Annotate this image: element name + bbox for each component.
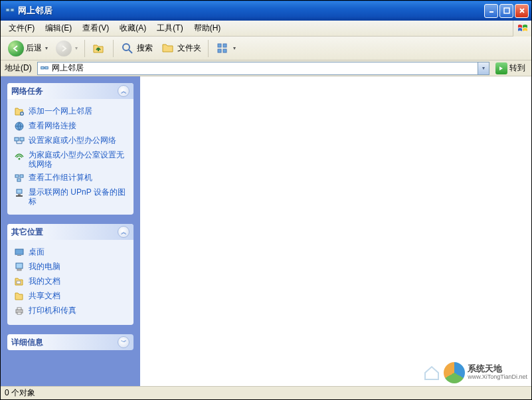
go-arrow-icon	[495, 62, 507, 74]
address-value: 网上邻居	[52, 62, 478, 74]
svg-rect-34	[17, 281, 21, 284]
svg-rect-25	[20, 175, 23, 177]
svg-line-8	[129, 50, 132, 53]
svg-point-7	[123, 44, 130, 50]
separator	[208, 40, 209, 57]
printer-icon	[14, 306, 25, 316]
panel-header-network[interactable]: 网络任务 ︽	[7, 83, 133, 99]
status-text: 0 个对象	[5, 387, 35, 399]
menu-file[interactable]: 文件(F)	[3, 21, 40, 36]
task-view-connections[interactable]: 查看网络连接	[14, 119, 127, 134]
task-label: 设置家庭或小型办公网络	[29, 136, 116, 145]
search-label: 搜索	[137, 43, 153, 54]
up-button[interactable]	[88, 39, 110, 58]
menu-tools[interactable]: 工具(T)	[151, 21, 188, 36]
folder-up-icon	[92, 41, 106, 56]
svg-rect-11	[218, 49, 221, 52]
task-setup-wireless[interactable]: 为家庭或小型办公室设置无线网络	[14, 148, 127, 171]
task-label: 桌面	[29, 247, 44, 256]
svg-rect-26	[17, 179, 21, 181]
close-button[interactable]	[515, 4, 529, 18]
task-show-upnp[interactable]: 显示联网的 UPnP 设备的图标	[14, 185, 127, 208]
place-my-computer[interactable]: 我的电脑	[14, 260, 127, 274]
go-button[interactable]: 转到	[492, 62, 529, 75]
desktop-icon	[14, 247, 25, 258]
forward-button[interactable]: ▾	[52, 39, 81, 58]
panel-body: 桌面 我的电脑 我的文档 共享文档 打印机和传真	[7, 240, 133, 325]
menu-help[interactable]: 帮助(H)	[189, 21, 226, 36]
setup-network-icon	[14, 136, 25, 146]
network-connections-icon	[14, 121, 25, 132]
address-input[interactable]: 网上邻居 ▾	[37, 62, 489, 75]
menu-view[interactable]: 查看(V)	[77, 21, 114, 36]
svg-rect-30	[15, 249, 23, 254]
panel-header-other[interactable]: 其它位置 ︽	[7, 224, 133, 240]
task-label: 显示联网的 UPnP 设备的图标	[29, 187, 127, 206]
task-view-workgroup[interactable]: 查看工作组计算机	[14, 171, 127, 185]
svg-rect-0	[6, 9, 9, 11]
place-desktop[interactable]: 桌面	[14, 245, 127, 260]
task-label: 查看网络连接	[29, 121, 76, 130]
address-bar: 地址(D) 网上邻居 ▾ 转到	[1, 60, 531, 76]
place-my-documents[interactable]: 我的文档	[14, 274, 127, 289]
panel-title: 网络任务	[11, 86, 118, 97]
task-label: 我的文档	[29, 276, 60, 286]
task-label: 打印机和传真	[29, 306, 76, 315]
panel-header-details[interactable]: 详细信息 ︾	[7, 334, 133, 350]
back-label: 后退	[26, 43, 42, 54]
watermark-text: 系统天地 www.XiTongTianDi.net	[468, 365, 527, 381]
task-setup-network[interactable]: 设置家庭或小型办公网络	[14, 134, 127, 148]
minimize-button[interactable]	[484, 4, 498, 18]
views-icon	[215, 41, 230, 56]
folders-label: 文件夹	[177, 43, 201, 54]
place-shared-documents[interactable]: 共享文档	[14, 289, 127, 304]
panel-body: 添加一个网上邻居 查看网络连接 设置家庭或小型办公网络 为家庭或小型办公室设置无…	[7, 99, 133, 215]
window-controls	[484, 4, 529, 18]
svg-rect-28	[18, 194, 21, 195]
svg-rect-4	[504, 8, 509, 13]
menu-edit[interactable]: 编辑(E)	[40, 21, 77, 36]
content-area: 网络任务 ︽ 添加一个网上邻居 查看网络连接 设置家庭或小型办公网络	[1, 76, 531, 386]
app-icon	[5, 5, 15, 16]
wireless-icon	[14, 150, 25, 161]
window-title: 网上邻居	[18, 5, 484, 17]
back-button[interactable]: 后退 ▾	[5, 39, 51, 58]
collapse-icon: ︽	[118, 85, 130, 97]
folders-button[interactable]: 文件夹	[157, 39, 205, 58]
watermark: 系统天地 www.XiTongTianDi.net	[422, 362, 527, 383]
menu-favorites[interactable]: 收藏(A)	[114, 21, 151, 36]
task-add-network-place[interactable]: 添加一个网上邻居	[14, 104, 127, 119]
svg-rect-13	[41, 66, 43, 69]
search-button[interactable]: 搜索	[117, 39, 156, 58]
workgroup-icon	[14, 173, 25, 183]
expand-icon: ︾	[118, 336, 130, 348]
main-content[interactable]	[140, 76, 531, 386]
task-label: 查看工作组计算机	[29, 173, 92, 182]
task-label: 为家庭或小型办公室设置无线网络	[29, 150, 127, 169]
panel-title: 其它位置	[11, 227, 118, 238]
search-icon	[120, 41, 135, 56]
svg-rect-31	[17, 255, 21, 256]
task-pane: 网络任务 ︽ 添加一个网上邻居 查看网络连接 设置家庭或小型办公网络	[1, 76, 140, 386]
add-network-place-icon	[14, 106, 25, 117]
task-label: 添加一个网上邻居	[29, 106, 92, 116]
separator	[113, 40, 114, 57]
views-button[interactable]: ▾	[212, 39, 239, 58]
place-printers-faxes[interactable]: 打印机和传真	[14, 304, 127, 318]
windows-flag-icon	[513, 21, 531, 37]
title-bar: 网上邻居	[1, 1, 531, 21]
my-documents-icon	[14, 276, 25, 287]
menu-bar: 文件(F) 编辑(E) 查看(V) 收藏(A) 工具(T) 帮助(H)	[1, 21, 531, 37]
folders-icon	[161, 41, 175, 56]
address-dropdown-button[interactable]: ▾	[478, 62, 489, 74]
svg-rect-10	[223, 44, 226, 47]
svg-rect-24	[15, 175, 19, 177]
maximize-button[interactable]	[499, 4, 513, 18]
task-label: 共享文档	[29, 291, 60, 300]
panel-other-places: 其它位置 ︽ 桌面 我的电脑 我的文档 共享文档	[7, 224, 133, 325]
back-arrow-icon	[8, 41, 24, 56]
chevron-down-icon: ▾	[75, 45, 78, 51]
chevron-down-icon: ▾	[45, 45, 48, 51]
toolbar: 后退 ▾ ▾ 搜索 文件夹 ▾	[1, 37, 531, 60]
svg-rect-19	[20, 138, 24, 141]
